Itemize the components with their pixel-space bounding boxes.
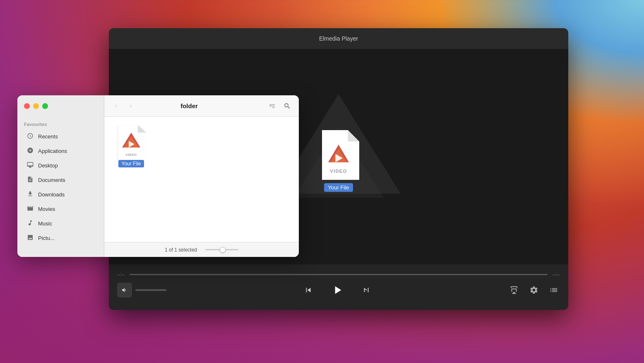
player-titlebar: Elmedia Player [109, 28, 568, 49]
view-options-button[interactable] [267, 101, 277, 111]
zoom-thumb [220, 247, 226, 253]
sidebar-item-downloads[interactable]: Downloads [20, 188, 101, 201]
player-controls: --:-- --:-- [109, 264, 568, 310]
sidebar-label-downloads: Downloads [38, 191, 65, 198]
file-icon [26, 176, 34, 184]
time-current: --:-- [117, 272, 125, 277]
film-icon [26, 205, 34, 213]
traffic-lights [24, 103, 48, 109]
download-icon [26, 191, 34, 198]
clock-icon [26, 133, 34, 140]
file-name-label: Your File [118, 160, 144, 167]
controls-left [117, 283, 166, 298]
sidebar-item-applications[interactable]: Applications [20, 144, 101, 158]
sidebar-item-movies[interactable]: Movies [20, 202, 101, 216]
zoom-track[interactable] [205, 249, 238, 250]
controls-row [117, 281, 560, 303]
playlist-button[interactable] [548, 284, 560, 296]
music-icon [26, 220, 34, 227]
controls-right [508, 284, 560, 296]
minimize-button[interactable] [33, 103, 39, 109]
finder-statusbar: 1 of 1 selected [104, 242, 299, 257]
finder-content: VIDEO Your File [104, 117, 299, 242]
finder-window: Favourites Recents Applications [17, 95, 299, 257]
finder-sidebar: Favourites Recents Applications [17, 95, 104, 257]
progress-track[interactable] [130, 274, 548, 275]
sidebar-label-applications: Applications [38, 148, 67, 154]
player-title: Elmedia Player [319, 35, 358, 42]
progress-area[interactable]: --:-- --:-- [117, 264, 560, 281]
toolbar-right [267, 101, 292, 111]
file-icon-graphic: VIDEO [116, 125, 146, 158]
play-button[interactable] [328, 281, 346, 299]
sidebar-item-documents[interactable]: Documents [20, 173, 101, 187]
svg-text:VIDEO: VIDEO [330, 168, 347, 173]
player-file-icon: VIDEO Your File [318, 130, 359, 192]
sidebar-item-recents[interactable]: Recents [20, 130, 101, 143]
volume-slider[interactable] [135, 289, 166, 291]
folder-name: folder [116, 102, 262, 109]
sidebar-label-recents: Recents [38, 133, 58, 140]
search-button[interactable] [282, 101, 292, 111]
settings-button[interactable] [528, 284, 540, 296]
finder-toolbar: folder [104, 95, 299, 117]
sidebar-label-movies: Movies [38, 206, 55, 212]
sidebar-label-pictures: Pictu... [38, 235, 55, 241]
previous-button[interactable] [301, 283, 316, 298]
sidebar-item-pictures[interactable]: Pictu... [20, 231, 101, 245]
volume-button[interactable] [117, 283, 132, 298]
file-item[interactable]: VIDEO Your File [113, 125, 150, 167]
rocket-icon [26, 147, 34, 155]
finder-sidebar-header [17, 95, 104, 117]
sidebar-item-music[interactable]: Music [20, 217, 101, 230]
sidebar-item-desktop[interactable]: Desktop [20, 159, 101, 172]
airplay-button[interactable] [508, 284, 520, 296]
controls-center [301, 281, 374, 299]
selection-status: 1 of 1 selected [165, 247, 197, 253]
player-file-icon-graphic: VIDEO [318, 130, 359, 180]
monitor-icon [26, 162, 34, 169]
finder-main: folder [104, 95, 299, 257]
svg-text:VIDEO: VIDEO [125, 153, 137, 157]
sidebar-label-music: Music [38, 220, 52, 227]
player-file-label: Your File [324, 183, 353, 192]
time-total: --:-- [553, 272, 560, 277]
sidebar-label-desktop: Desktop [38, 162, 58, 169]
sidebar-label-documents: Documents [38, 177, 65, 183]
sidebar-section-title: Favourites [17, 117, 104, 129]
close-button[interactable] [24, 103, 30, 109]
maximize-button[interactable] [42, 103, 48, 109]
image-icon [26, 234, 34, 242]
next-button[interactable] [359, 283, 374, 298]
zoom-slider[interactable] [205, 249, 238, 250]
